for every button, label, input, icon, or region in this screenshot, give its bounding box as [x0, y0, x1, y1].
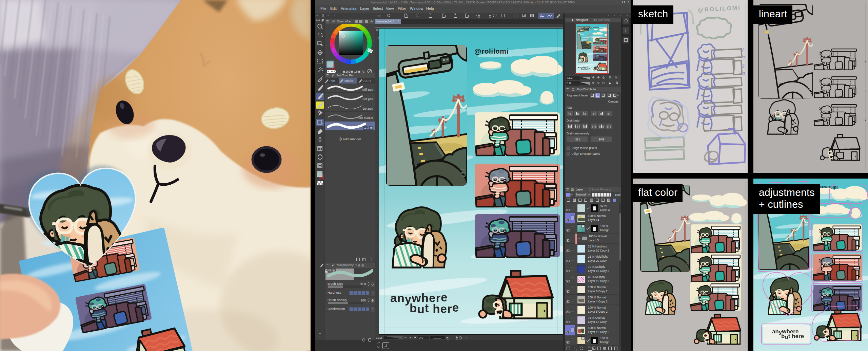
- svg-text:@ROLILOMI: @ROLILOMI: [698, 4, 741, 13]
- svg-text:?: ?: [743, 55, 745, 61]
- svg-text:7: 7: [741, 47, 745, 53]
- svg-text:2: 2: [742, 63, 745, 69]
- svg-text:3: 3: [743, 71, 745, 76]
- svg-text:but here: but here: [781, 333, 804, 340]
